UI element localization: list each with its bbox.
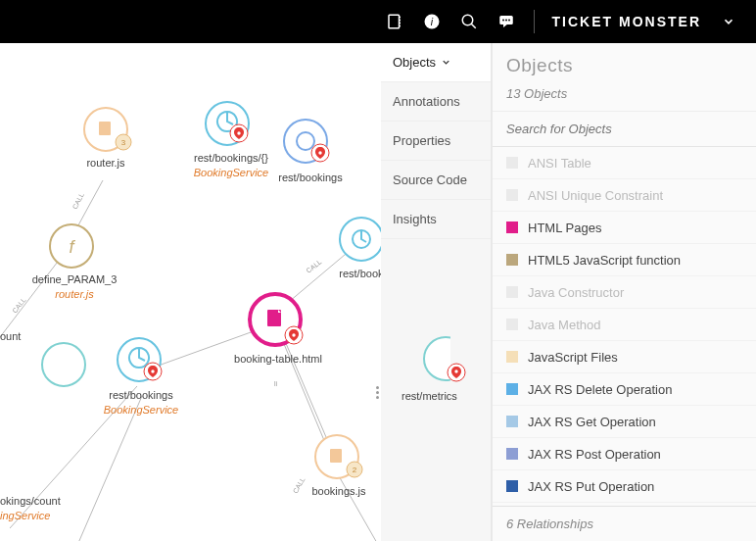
- color-swatch: [506, 157, 518, 169]
- filter-item[interactable]: ANSI Table: [493, 147, 756, 179]
- filter-item[interactable]: Java Method: [493, 309, 756, 341]
- filter-label: JAX RS Delete Operation: [528, 382, 672, 397]
- color-swatch: [506, 416, 518, 427]
- svg-rect-0: [389, 15, 400, 28]
- node-label: rest/bookings: [327, 267, 381, 281]
- filter-label: HTML Pages: [528, 221, 601, 235]
- filter-label: Java Method: [528, 318, 600, 332]
- tab-objects[interactable]: Objects: [381, 43, 491, 82]
- tabs-column: Objects Annotations Properties Source Co…: [381, 43, 492, 541]
- search-icon[interactable]: [459, 12, 479, 31]
- tab-properties[interactable]: Properties: [381, 122, 491, 161]
- objects-panel: Objects 13 Objects ANSI TableANSI Unique…: [492, 43, 756, 541]
- node-label: rest/bookingsBookingService: [92, 388, 190, 418]
- filter-item[interactable]: Java Constructor: [493, 276, 756, 309]
- topbar: i TICKET MONSTER: [0, 0, 756, 43]
- tab-label: Source Code: [393, 172, 467, 187]
- tab-annotations[interactable]: Annotations: [381, 82, 491, 122]
- tab-label: Annotations: [393, 94, 460, 109]
- color-swatch: [506, 221, 518, 233]
- graph-canvas[interactable]: CALL CALL CALL li CALL 3: [0, 43, 381, 541]
- color-swatch: [506, 448, 518, 460]
- search-row: [493, 112, 756, 147]
- chevron-down-icon: [441, 57, 451, 68]
- info-icon[interactable]: i: [422, 12, 442, 31]
- filter-label: ANSI Unique Constraint: [528, 188, 663, 203]
- filter-item[interactable]: JAX RS Post Operation: [493, 438, 756, 470]
- svg-line-8: [471, 24, 476, 28]
- objects-count: 13 Objects: [493, 80, 756, 112]
- color-swatch: [506, 286, 518, 298]
- topbar-divider: [534, 10, 535, 33]
- objects-header: Objects: [493, 43, 756, 80]
- filter-item[interactable]: HTML5 JavaScript function: [493, 244, 756, 276]
- node-label: rest/bookings/{}BookingService: [182, 151, 280, 180]
- filter-item[interactable]: JAX RS Get Operation: [493, 406, 756, 438]
- tab-label: Properties: [393, 133, 450, 148]
- search-input[interactable]: [493, 112, 756, 146]
- svg-point-13: [508, 20, 510, 22]
- filter-label: ANSI Table: [528, 156, 591, 171]
- node-label: rest/bookings: [266, 171, 354, 185]
- tab-label: Insights: [393, 212, 437, 226]
- node-label: bookings.js: [300, 484, 378, 499]
- color-swatch: [506, 480, 518, 492]
- app-title: TICKET MONSTER: [552, 14, 701, 29]
- color-swatch: [506, 254, 518, 266]
- svg-point-11: [502, 20, 504, 22]
- color-swatch: [506, 383, 518, 395]
- filter-list: ANSI TableANSI Unique ConstraintHTML Pag…: [493, 147, 756, 506]
- kebab-menu-icon[interactable]: [376, 386, 379, 399]
- filter-label: JavaScript Files: [528, 350, 618, 365]
- filter-label: HTML5 JavaScript function: [528, 253, 681, 268]
- tab-source-code[interactable]: Source Code: [381, 161, 491, 200]
- svg-point-12: [505, 20, 507, 22]
- filter-label: JAX RS Post Operation: [528, 447, 661, 462]
- color-swatch: [506, 351, 518, 363]
- filter-item[interactable]: JAX RS Delete Operation: [493, 373, 756, 406]
- tab-label: Objects: [393, 55, 436, 70]
- filter-item[interactable]: ANSI Unique Constraint: [493, 179, 756, 212]
- filter-item[interactable]: HTML Pages: [493, 212, 756, 244]
- chat-icon[interactable]: [496, 12, 516, 31]
- filter-label: Java Constructor: [528, 285, 624, 300]
- relationships-header: 6 Relationships: [493, 506, 756, 541]
- color-swatch: [506, 189, 518, 201]
- filter-label: JAX RS Put Operation: [528, 479, 654, 494]
- filter-item[interactable]: JAX RS Put Operation: [493, 470, 756, 503]
- node-label: okings/countingService: [0, 494, 78, 523]
- tab-insights[interactable]: Insights: [381, 200, 491, 239]
- node-label: define_PARAM_3router.js: [16, 272, 133, 302]
- svg-point-7: [462, 15, 473, 25]
- book-icon[interactable]: [385, 12, 404, 31]
- filter-label: JAX RS Get Operation: [528, 415, 656, 429]
- chevron-down-icon[interactable]: [719, 12, 738, 31]
- node-label: ount: [0, 329, 29, 344]
- node-label: router.js: [76, 156, 135, 171]
- color-swatch: [506, 319, 518, 330]
- filter-item[interactable]: JavaScript Files: [493, 341, 756, 373]
- node-label: booking-table.html: [219, 352, 337, 367]
- svg-marker-10: [503, 25, 507, 27]
